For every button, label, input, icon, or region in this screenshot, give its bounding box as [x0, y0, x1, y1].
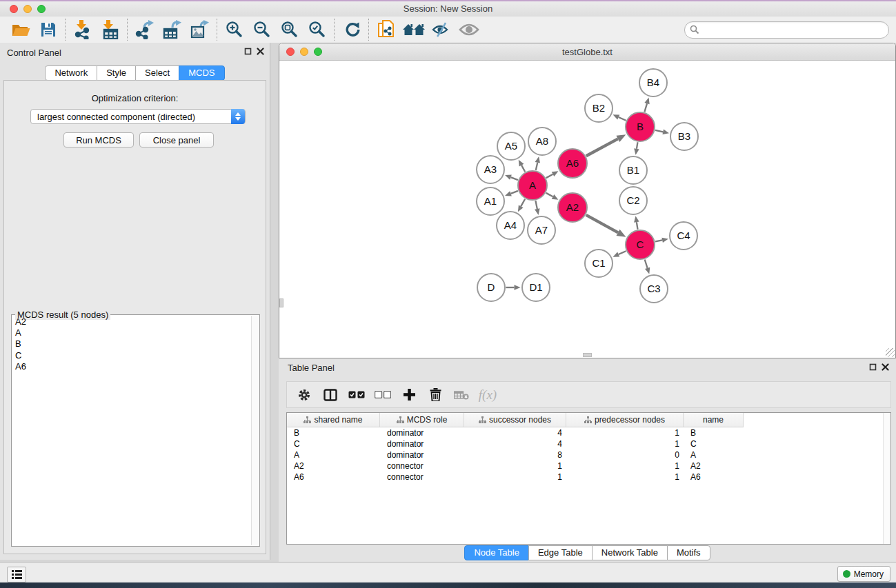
graph-edge-A6-B[interactable]: [586, 139, 618, 156]
close-panel-button[interactable]: Close panel: [139, 132, 214, 148]
graph-edge-arrowhead: [617, 230, 626, 237]
graph-edge-B-B3[interactable]: [655, 130, 663, 132]
export-network-button[interactable]: [131, 18, 159, 41]
criterion-dropdown[interactable]: largest connected component (directed): [30, 109, 246, 124]
float-table-panel-icon[interactable]: [869, 363, 877, 371]
table-cell: 1: [566, 460, 684, 472]
graph-edge-B-B2[interactable]: [619, 117, 626, 121]
graph-edge-C-C3[interactable]: [645, 259, 648, 267]
zoom-selected-button[interactable]: [303, 18, 331, 41]
tab-network-table[interactable]: Network Table: [592, 545, 668, 560]
memory-button[interactable]: Memory: [837, 566, 890, 582]
column-header-predecessor-nodes[interactable]: predecessor nodes: [566, 413, 684, 427]
vertical-scroll-thumb[interactable]: [279, 298, 283, 307]
show-columns-button[interactable]: [317, 383, 344, 407]
horizontal-scroll-thumb[interactable]: [583, 353, 592, 357]
mcds-result-item[interactable]: A: [13, 327, 251, 338]
graph-edge-A2-C[interactable]: [586, 215, 618, 233]
graph-edge-A-A3[interactable]: [510, 177, 517, 180]
zoom-fit-icon: [281, 21, 299, 39]
refresh-icon: [344, 21, 360, 38]
float-panel-icon[interactable]: [244, 48, 252, 55]
graph-edge-A-A4[interactable]: [521, 199, 525, 207]
resize-grip[interactable]: [886, 348, 895, 357]
table-row[interactable]: A2connector11A2: [287, 460, 890, 472]
table-cell: 4: [464, 438, 566, 449]
unselect-all-columns-button[interactable]: [370, 383, 396, 407]
tab-style[interactable]: Style: [97, 65, 136, 81]
table-cell: A: [684, 449, 744, 460]
table-cell: dominator: [380, 449, 464, 460]
tab-edge-table[interactable]: Edge Table: [528, 545, 593, 560]
import-table-button[interactable]: [97, 18, 124, 41]
tab-mcds[interactable]: MCDS: [179, 65, 224, 81]
table-row[interactable]: A6connector11A6: [287, 472, 890, 483]
table-row[interactable]: Bdominator41B: [287, 427, 890, 438]
graph-edge-arrowhead: [634, 148, 639, 154]
graph-edge-arrowhead: [515, 285, 521, 290]
graph-edge-A-A6[interactable]: [546, 174, 553, 178]
table-cell: dominator: [380, 438, 464, 449]
graph-edge-A-A7[interactable]: [535, 201, 537, 209]
graph-edge-C-C4[interactable]: [655, 240, 662, 241]
graph-node-label: C: [637, 239, 644, 250]
result-scrollbar[interactable]: [251, 316, 259, 545]
mcds-result-item[interactable]: B: [13, 338, 251, 349]
search-icon: [690, 25, 699, 34]
graph-edge-C-C2[interactable]: [637, 222, 638, 230]
close-table-panel-icon[interactable]: [882, 363, 889, 371]
mcds-result-item[interactable]: C: [13, 350, 251, 361]
home-button[interactable]: [400, 18, 428, 41]
column-header-successor-nodes[interactable]: successor nodes: [464, 413, 566, 427]
column-header-shared-name[interactable]: shared name: [287, 413, 380, 427]
column-header-MCDS-role[interactable]: MCDS role: [380, 413, 464, 427]
select-all-columns-button[interactable]: [344, 383, 370, 407]
network-canvas[interactable]: B4B2BB3A5A8A6B1A3AA1C2A4A7A2CC4C1C3DD1: [279, 61, 895, 358]
column-header-name[interactable]: name: [684, 413, 744, 427]
close-panel-icon[interactable]: [257, 48, 264, 55]
graph-edge-A-A2[interactable]: [546, 193, 553, 196]
export-table-button[interactable]: [159, 18, 186, 41]
task-history-button[interactable]: [7, 567, 26, 582]
graph-edge-C-C1[interactable]: [619, 251, 626, 254]
export-network-icon: [135, 20, 155, 39]
delete-column-button[interactable]: [422, 383, 448, 407]
table-scrollbar[interactable]: [883, 413, 890, 544]
delete-table-button[interactable]: [448, 383, 475, 407]
import-network-button[interactable]: [69, 18, 97, 41]
table-settings-button[interactable]: [291, 383, 317, 407]
column-label: shared name: [314, 415, 362, 425]
status-bar: Memory: [0, 562, 896, 582]
open-file-button[interactable]: [7, 18, 34, 41]
zoom-out-button[interactable]: [248, 18, 276, 41]
export-image-button[interactable]: [186, 18, 214, 41]
tab-select[interactable]: Select: [135, 65, 179, 81]
search-input[interactable]: [703, 23, 882, 37]
table-row[interactable]: Adominator80A: [287, 449, 890, 460]
hide-details-button[interactable]: [428, 18, 455, 41]
apply-layout-button[interactable]: [338, 18, 366, 41]
tab-motifs[interactable]: Motifs: [667, 545, 710, 560]
graph-edge-A-A1[interactable]: [510, 191, 517, 194]
graph-edge-A-A5[interactable]: [521, 165, 525, 172]
save-session-button[interactable]: [34, 18, 62, 41]
graph-edge-A-A8[interactable]: [536, 163, 537, 170]
tab-node-table[interactable]: Node Table: [464, 545, 529, 560]
run-mcds-button[interactable]: Run MCDS: [63, 132, 134, 148]
tab-network[interactable]: Network: [45, 65, 97, 81]
control-panel: Control Panel NetworkStyleSelectMCDS Opt…: [0, 43, 270, 560]
export-image-icon: [190, 20, 210, 39]
mcds-result-item[interactable]: A2: [13, 316, 251, 327]
graph-node-label: C3: [647, 283, 660, 294]
zoom-fit-button[interactable]: [276, 18, 303, 41]
zoom-in-button[interactable]: [221, 18, 248, 41]
function-builder-button[interactable]: f(x): [475, 383, 501, 407]
show-details-button[interactable]: [455, 18, 483, 41]
graph-node-label: A7: [535, 224, 548, 236]
mcds-result-item[interactable]: A6: [13, 361, 251, 372]
graph-edge-B-B1[interactable]: [637, 142, 638, 149]
table-row[interactable]: Cdominator41C: [287, 438, 890, 449]
create-column-button[interactable]: [396, 383, 422, 407]
graph-edge-B-B4[interactable]: [644, 103, 647, 112]
copy-network-button[interactable]: [372, 18, 400, 41]
